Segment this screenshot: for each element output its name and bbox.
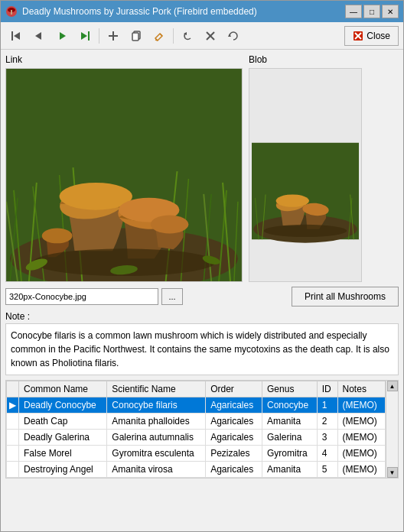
- note-text: Conocybe filaris is a common lawn mushro…: [5, 323, 399, 375]
- title-bar: Deadly Mushrooms by Jurassic Pork (Fireb…: [1, 1, 403, 22]
- table-row[interactable]: Death Cap Amanita phalloides Agaricales …: [7, 414, 386, 430]
- scientific-name-cell: Amanita virosa: [107, 462, 206, 478]
- notes-header[interactable]: Notes: [337, 381, 385, 397]
- order-cell: Pezizales: [206, 446, 262, 462]
- maximize-button[interactable]: □: [363, 5, 380, 18]
- first-record-button[interactable]: [5, 26, 27, 46]
- row-indicator: [7, 430, 19, 446]
- refresh-button[interactable]: [223, 26, 244, 46]
- genus-header[interactable]: Genus: [262, 381, 318, 397]
- order-cell: Agaricales: [206, 414, 262, 430]
- table-body: ▶ Deadly Conocybe Conocybe filaris Agari…: [7, 397, 386, 478]
- svg-rect-2: [11, 10, 12, 15]
- table-scroll[interactable]: Common Name Scientific Name Order Genus …: [6, 381, 386, 478]
- delete-record-button[interactable]: [200, 26, 221, 46]
- order-header[interactable]: Order: [206, 381, 262, 397]
- common-name-header[interactable]: Common Name: [19, 381, 107, 397]
- scientific-name-cell: Galerina autumnalis: [107, 430, 206, 446]
- blob-label: Blob: [249, 54, 267, 65]
- id-header[interactable]: ID: [317, 381, 337, 397]
- filename-input[interactable]: [5, 288, 158, 305]
- link-image-container: [5, 68, 243, 282]
- image-row: Link: [5, 54, 399, 282]
- order-cell: Agaricales: [206, 430, 262, 446]
- table-wrapper: Common Name Scientific Name Order Genus …: [5, 380, 399, 478]
- common-name-cell: Deadly Galerina: [19, 430, 107, 446]
- separator-2: [173, 28, 174, 44]
- svg-point-57: [264, 225, 347, 237]
- id-cell: 1: [317, 397, 337, 414]
- notes-cell: (MEMO): [337, 397, 385, 414]
- last-record-button[interactable]: [74, 26, 96, 46]
- scientific-name-cell: Conocybe filaris: [107, 397, 206, 414]
- window-controls: — □ ✕: [345, 5, 399, 18]
- id-cell: 3: [317, 430, 337, 446]
- blob-image-section: Blob: [249, 54, 362, 282]
- svg-line-14: [155, 40, 158, 41]
- mushroom-table: Common Name Scientific Name Order Genus …: [6, 381, 386, 478]
- indicator-header: [7, 381, 19, 397]
- table-header-row: Common Name Scientific Name Order Genus …: [7, 381, 386, 397]
- window-title: Deadly Mushrooms by Jurassic Pork (Fireb…: [22, 6, 345, 17]
- notes-cell: (MEMO): [337, 446, 385, 462]
- genus-cell: Amanita: [262, 414, 318, 430]
- id-cell: 5: [317, 462, 337, 478]
- svg-rect-12: [132, 33, 138, 41]
- note-label: Note :: [5, 311, 399, 322]
- blob-image-container: [249, 68, 362, 282]
- undo-button[interactable]: [177, 26, 198, 46]
- link-label: Link: [5, 54, 22, 65]
- copy-record-button[interactable]: [125, 26, 147, 46]
- table-row[interactable]: Destroying Angel Amanita virosa Agarical…: [7, 462, 386, 478]
- id-cell: 4: [317, 446, 337, 462]
- next-record-button[interactable]: [51, 26, 73, 46]
- svg-point-43: [42, 229, 73, 244]
- notes-cell: (MEMO): [337, 430, 385, 446]
- vertical-scrollbar[interactable]: ▲ ▼: [386, 381, 398, 478]
- scroll-down-button[interactable]: ▼: [387, 467, 398, 478]
- separator-1: [99, 28, 99, 44]
- table-row[interactable]: ▶ Deadly Conocybe Conocybe filaris Agari…: [7, 397, 386, 414]
- file-row: ... Print all Mushrooms: [5, 287, 399, 307]
- common-name-cell: Destroying Angel: [19, 462, 107, 478]
- close-button[interactable]: Close: [344, 26, 399, 46]
- minimize-button[interactable]: —: [345, 5, 362, 18]
- prev-record-button[interactable]: [28, 26, 50, 46]
- row-indicator: [7, 414, 19, 430]
- link-image-section: Link: [5, 54, 243, 282]
- svg-marker-8: [81, 32, 87, 40]
- genus-cell: Galerina: [262, 430, 318, 446]
- common-name-cell: False Morel: [19, 446, 107, 462]
- order-cell: Agaricales: [206, 397, 262, 414]
- row-indicator: ▶: [7, 397, 19, 414]
- toolbar: Close: [1, 22, 403, 50]
- table-row[interactable]: Deadly Galerina Galerina autumnalis Agar…: [7, 430, 386, 446]
- main-content: Link: [1, 50, 403, 531]
- close-window-button[interactable]: ✕: [382, 5, 399, 18]
- scientific-name-cell: Amanita phalloides: [107, 414, 206, 430]
- scientific-name-header[interactable]: Scientific Name: [107, 381, 206, 397]
- svg-point-42: [151, 216, 189, 234]
- svg-marker-6: [60, 32, 66, 40]
- id-cell: 2: [317, 414, 337, 430]
- new-record-button[interactable]: [103, 26, 124, 46]
- common-name-cell: Death Cap: [19, 414, 107, 430]
- common-name-cell: Deadly Conocybe: [19, 397, 107, 414]
- notes-cell: (MEMO): [337, 414, 385, 430]
- notes-cell: (MEMO): [337, 462, 385, 478]
- scientific-name-cell: Gyromitra esculenta: [107, 446, 206, 462]
- main-window: Deadly Mushrooms by Jurassic Pork (Fireb…: [0, 0, 404, 532]
- order-cell: Agaricales: [206, 462, 262, 478]
- svg-marker-5: [35, 32, 41, 40]
- table-row[interactable]: False Morel Gyromitra esculenta Pezizale…: [7, 446, 386, 462]
- row-indicator: [7, 462, 19, 478]
- scroll-up-button[interactable]: ▲: [387, 381, 398, 391]
- print-button[interactable]: Print all Mushrooms: [292, 287, 399, 307]
- svg-point-55: [276, 195, 309, 207]
- browse-button[interactable]: ...: [161, 288, 183, 305]
- genus-cell: Amanita: [262, 462, 318, 478]
- close-label: Close: [367, 31, 390, 41]
- edit-record-button[interactable]: [148, 26, 170, 46]
- svg-line-13: [160, 34, 162, 36]
- genus-cell: Gyromitra: [262, 446, 318, 462]
